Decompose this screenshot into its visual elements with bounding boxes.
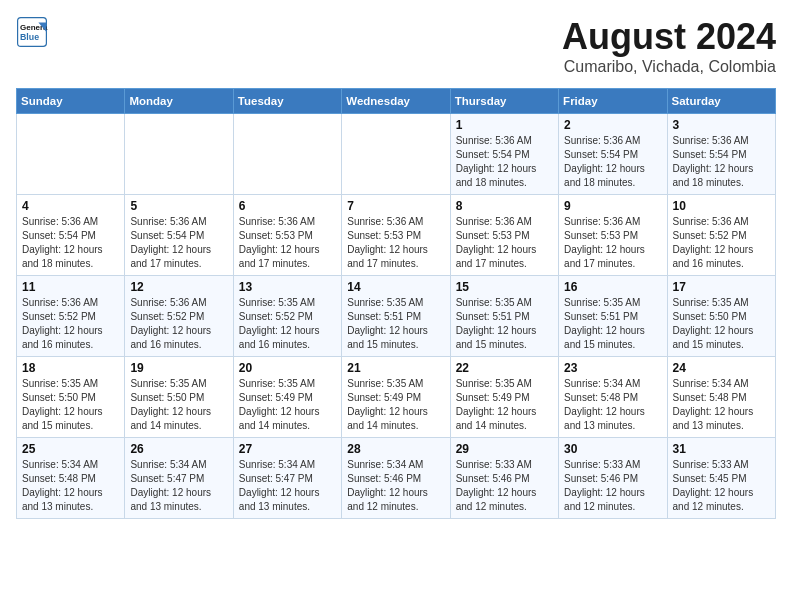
week-row-4: 18Sunrise: 5:35 AM Sunset: 5:50 PM Dayli… bbox=[17, 357, 776, 438]
day-info: Sunrise: 5:35 AM Sunset: 5:51 PM Dayligh… bbox=[564, 296, 661, 352]
day-number: 3 bbox=[673, 118, 770, 132]
day-info: Sunrise: 5:34 AM Sunset: 5:47 PM Dayligh… bbox=[130, 458, 227, 514]
day-info: Sunrise: 5:36 AM Sunset: 5:54 PM Dayligh… bbox=[673, 134, 770, 190]
day-number: 11 bbox=[22, 280, 119, 294]
calendar-cell: 20Sunrise: 5:35 AM Sunset: 5:49 PM Dayli… bbox=[233, 357, 341, 438]
day-number: 6 bbox=[239, 199, 336, 213]
day-number: 20 bbox=[239, 361, 336, 375]
calendar-cell: 24Sunrise: 5:34 AM Sunset: 5:48 PM Dayli… bbox=[667, 357, 775, 438]
day-info: Sunrise: 5:34 AM Sunset: 5:48 PM Dayligh… bbox=[673, 377, 770, 433]
calendar-cell: 17Sunrise: 5:35 AM Sunset: 5:50 PM Dayli… bbox=[667, 276, 775, 357]
day-info: Sunrise: 5:34 AM Sunset: 5:48 PM Dayligh… bbox=[564, 377, 661, 433]
week-row-2: 4Sunrise: 5:36 AM Sunset: 5:54 PM Daylig… bbox=[17, 195, 776, 276]
day-info: Sunrise: 5:36 AM Sunset: 5:54 PM Dayligh… bbox=[564, 134, 661, 190]
weekday-header-tuesday: Tuesday bbox=[233, 89, 341, 114]
day-number: 7 bbox=[347, 199, 444, 213]
calendar-cell: 2Sunrise: 5:36 AM Sunset: 5:54 PM Daylig… bbox=[559, 114, 667, 195]
day-info: Sunrise: 5:35 AM Sunset: 5:49 PM Dayligh… bbox=[239, 377, 336, 433]
week-row-5: 25Sunrise: 5:34 AM Sunset: 5:48 PM Dayli… bbox=[17, 438, 776, 519]
calendar-cell: 15Sunrise: 5:35 AM Sunset: 5:51 PM Dayli… bbox=[450, 276, 558, 357]
calendar-cell: 6Sunrise: 5:36 AM Sunset: 5:53 PM Daylig… bbox=[233, 195, 341, 276]
calendar-cell: 5Sunrise: 5:36 AM Sunset: 5:54 PM Daylig… bbox=[125, 195, 233, 276]
calendar-cell: 12Sunrise: 5:36 AM Sunset: 5:52 PM Dayli… bbox=[125, 276, 233, 357]
calendar-cell: 19Sunrise: 5:35 AM Sunset: 5:50 PM Dayli… bbox=[125, 357, 233, 438]
day-number: 22 bbox=[456, 361, 553, 375]
day-info: Sunrise: 5:35 AM Sunset: 5:50 PM Dayligh… bbox=[22, 377, 119, 433]
calendar-cell: 3Sunrise: 5:36 AM Sunset: 5:54 PM Daylig… bbox=[667, 114, 775, 195]
calendar-cell: 23Sunrise: 5:34 AM Sunset: 5:48 PM Dayli… bbox=[559, 357, 667, 438]
calendar-cell: 25Sunrise: 5:34 AM Sunset: 5:48 PM Dayli… bbox=[17, 438, 125, 519]
day-number: 10 bbox=[673, 199, 770, 213]
day-info: Sunrise: 5:36 AM Sunset: 5:52 PM Dayligh… bbox=[22, 296, 119, 352]
day-info: Sunrise: 5:36 AM Sunset: 5:53 PM Dayligh… bbox=[239, 215, 336, 271]
calendar-cell: 26Sunrise: 5:34 AM Sunset: 5:47 PM Dayli… bbox=[125, 438, 233, 519]
day-number: 27 bbox=[239, 442, 336, 456]
day-number: 31 bbox=[673, 442, 770, 456]
calendar-cell: 14Sunrise: 5:35 AM Sunset: 5:51 PM Dayli… bbox=[342, 276, 450, 357]
calendar-cell: 4Sunrise: 5:36 AM Sunset: 5:54 PM Daylig… bbox=[17, 195, 125, 276]
day-info: Sunrise: 5:34 AM Sunset: 5:47 PM Dayligh… bbox=[239, 458, 336, 514]
day-number: 29 bbox=[456, 442, 553, 456]
day-info: Sunrise: 5:36 AM Sunset: 5:53 PM Dayligh… bbox=[564, 215, 661, 271]
logo-icon: General Blue bbox=[16, 16, 48, 48]
day-info: Sunrise: 5:36 AM Sunset: 5:52 PM Dayligh… bbox=[130, 296, 227, 352]
calendar-cell: 18Sunrise: 5:35 AM Sunset: 5:50 PM Dayli… bbox=[17, 357, 125, 438]
day-info: Sunrise: 5:36 AM Sunset: 5:52 PM Dayligh… bbox=[673, 215, 770, 271]
calendar-cell: 31Sunrise: 5:33 AM Sunset: 5:45 PM Dayli… bbox=[667, 438, 775, 519]
day-info: Sunrise: 5:36 AM Sunset: 5:53 PM Dayligh… bbox=[456, 215, 553, 271]
week-row-3: 11Sunrise: 5:36 AM Sunset: 5:52 PM Dayli… bbox=[17, 276, 776, 357]
calendar-cell bbox=[342, 114, 450, 195]
day-number: 26 bbox=[130, 442, 227, 456]
calendar-cell: 21Sunrise: 5:35 AM Sunset: 5:49 PM Dayli… bbox=[342, 357, 450, 438]
day-info: Sunrise: 5:35 AM Sunset: 5:49 PM Dayligh… bbox=[347, 377, 444, 433]
calendar-cell: 1Sunrise: 5:36 AM Sunset: 5:54 PM Daylig… bbox=[450, 114, 558, 195]
day-info: Sunrise: 5:36 AM Sunset: 5:54 PM Dayligh… bbox=[130, 215, 227, 271]
day-number: 24 bbox=[673, 361, 770, 375]
day-number: 19 bbox=[130, 361, 227, 375]
day-info: Sunrise: 5:36 AM Sunset: 5:53 PM Dayligh… bbox=[347, 215, 444, 271]
calendar-cell: 11Sunrise: 5:36 AM Sunset: 5:52 PM Dayli… bbox=[17, 276, 125, 357]
day-info: Sunrise: 5:33 AM Sunset: 5:45 PM Dayligh… bbox=[673, 458, 770, 514]
day-number: 5 bbox=[130, 199, 227, 213]
weekday-header-friday: Friday bbox=[559, 89, 667, 114]
day-number: 9 bbox=[564, 199, 661, 213]
day-number: 1 bbox=[456, 118, 553, 132]
day-info: Sunrise: 5:35 AM Sunset: 5:50 PM Dayligh… bbox=[673, 296, 770, 352]
day-number: 16 bbox=[564, 280, 661, 294]
calendar-cell: 13Sunrise: 5:35 AM Sunset: 5:52 PM Dayli… bbox=[233, 276, 341, 357]
day-number: 12 bbox=[130, 280, 227, 294]
day-info: Sunrise: 5:36 AM Sunset: 5:54 PM Dayligh… bbox=[22, 215, 119, 271]
weekday-header-sunday: Sunday bbox=[17, 89, 125, 114]
day-number: 13 bbox=[239, 280, 336, 294]
day-number: 2 bbox=[564, 118, 661, 132]
day-number: 21 bbox=[347, 361, 444, 375]
header: General Blue August 2024 Cumaribo, Vicha… bbox=[16, 16, 776, 76]
calendar-cell: 16Sunrise: 5:35 AM Sunset: 5:51 PM Dayli… bbox=[559, 276, 667, 357]
calendar-cell: 28Sunrise: 5:34 AM Sunset: 5:46 PM Dayli… bbox=[342, 438, 450, 519]
day-number: 23 bbox=[564, 361, 661, 375]
page-subtitle: Cumaribo, Vichada, Colombia bbox=[562, 58, 776, 76]
calendar-cell: 27Sunrise: 5:34 AM Sunset: 5:47 PM Dayli… bbox=[233, 438, 341, 519]
calendar-cell bbox=[17, 114, 125, 195]
calendar-table: SundayMondayTuesdayWednesdayThursdayFrid… bbox=[16, 88, 776, 519]
day-number: 18 bbox=[22, 361, 119, 375]
day-info: Sunrise: 5:35 AM Sunset: 5:51 PM Dayligh… bbox=[456, 296, 553, 352]
day-number: 17 bbox=[673, 280, 770, 294]
day-info: Sunrise: 5:35 AM Sunset: 5:50 PM Dayligh… bbox=[130, 377, 227, 433]
day-info: Sunrise: 5:35 AM Sunset: 5:51 PM Dayligh… bbox=[347, 296, 444, 352]
calendar-cell: 9Sunrise: 5:36 AM Sunset: 5:53 PM Daylig… bbox=[559, 195, 667, 276]
page-title: August 2024 bbox=[562, 16, 776, 58]
title-area: August 2024 Cumaribo, Vichada, Colombia bbox=[562, 16, 776, 76]
svg-text:Blue: Blue bbox=[20, 32, 39, 42]
weekday-header-wednesday: Wednesday bbox=[342, 89, 450, 114]
day-number: 15 bbox=[456, 280, 553, 294]
week-row-1: 1Sunrise: 5:36 AM Sunset: 5:54 PM Daylig… bbox=[17, 114, 776, 195]
day-info: Sunrise: 5:33 AM Sunset: 5:46 PM Dayligh… bbox=[456, 458, 553, 514]
calendar-cell: 29Sunrise: 5:33 AM Sunset: 5:46 PM Dayli… bbox=[450, 438, 558, 519]
calendar-cell: 22Sunrise: 5:35 AM Sunset: 5:49 PM Dayli… bbox=[450, 357, 558, 438]
calendar-cell: 10Sunrise: 5:36 AM Sunset: 5:52 PM Dayli… bbox=[667, 195, 775, 276]
day-number: 14 bbox=[347, 280, 444, 294]
day-number: 30 bbox=[564, 442, 661, 456]
calendar-cell: 7Sunrise: 5:36 AM Sunset: 5:53 PM Daylig… bbox=[342, 195, 450, 276]
weekday-header-saturday: Saturday bbox=[667, 89, 775, 114]
